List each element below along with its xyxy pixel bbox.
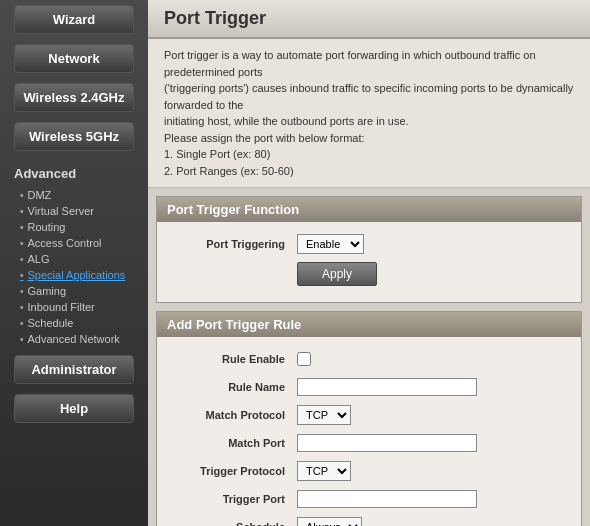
rule-enable-checkbox[interactable]	[297, 352, 311, 366]
rule-name-input[interactable]	[297, 378, 477, 396]
sidebar-item-inbound-filter[interactable]: Inbound Filter	[0, 299, 148, 315]
main-content: Port trigger is a way to automate port f…	[148, 39, 590, 526]
port-triggering-value: Enable Disable	[297, 234, 571, 254]
rule-name-row: Rule Name	[157, 373, 581, 401]
trigger-protocol-row: Trigger Protocol TCP UDP Both	[157, 457, 581, 485]
function-section-body: Port Triggering Enable Disable Apply	[157, 222, 581, 302]
match-protocol-row: Match Protocol TCP UDP Both	[157, 401, 581, 429]
match-port-value	[297, 434, 571, 452]
rule-enable-value	[297, 352, 571, 366]
match-port-row: Match Port	[157, 429, 581, 457]
sidebar-item-schedule[interactable]: Schedule	[0, 315, 148, 331]
wizard-button[interactable]: Wizard	[14, 5, 134, 34]
trigger-port-value	[297, 490, 571, 508]
sidebar-item-special-apps[interactable]: Special Applications	[0, 267, 148, 283]
page-title: Port Trigger	[148, 0, 590, 39]
add-rule-body: Rule Enable Rule Name Match Protocol	[157, 337, 581, 526]
rule-name-label: Rule Name	[167, 381, 297, 393]
rule-enable-row: Rule Enable	[157, 345, 581, 373]
schedule-select[interactable]: Always	[297, 517, 362, 526]
help-button[interactable]: Help	[14, 394, 134, 423]
match-protocol-label: Match Protocol	[167, 409, 297, 421]
function-section-header: Port Trigger Function	[157, 197, 581, 222]
rule-enable-label: Rule Enable	[167, 353, 297, 365]
wireless5-button[interactable]: Wireless 5GHz	[14, 122, 134, 151]
rule-name-value	[297, 378, 571, 396]
apply-button[interactable]: Apply	[297, 262, 377, 286]
trigger-protocol-value: TCP UDP Both	[297, 461, 571, 481]
trigger-port-row: Trigger Port	[157, 485, 581, 513]
schedule-value: Always	[297, 517, 571, 526]
add-rule-section: Add Port Trigger Rule Rule Enable Rule N…	[156, 311, 582, 526]
port-triggering-row: Port Triggering Enable Disable	[157, 230, 581, 258]
sidebar-item-routing[interactable]: Routing	[0, 219, 148, 235]
trigger-protocol-select[interactable]: TCP UDP Both	[297, 461, 351, 481]
sidebar-item-gaming[interactable]: Gaming	[0, 283, 148, 299]
wireless24-button[interactable]: Wireless 2.4GHz	[14, 83, 134, 112]
schedule-label: Schedule	[167, 521, 297, 526]
port-triggering-select[interactable]: Enable Disable	[297, 234, 364, 254]
sidebar-item-dmz[interactable]: DMZ	[0, 187, 148, 203]
administrator-button[interactable]: Administrator	[14, 355, 134, 384]
function-section: Port Trigger Function Port Triggering En…	[156, 196, 582, 303]
trigger-port-input[interactable]	[297, 490, 477, 508]
trigger-protocol-label: Trigger Protocol	[167, 465, 297, 477]
match-protocol-value: TCP UDP Both	[297, 405, 571, 425]
sidebar: Wizard Network Wireless 2.4GHz Wireless …	[0, 0, 148, 526]
sidebar-item-virtual-server[interactable]: Virtual Server	[0, 203, 148, 219]
sidebar-item-alg[interactable]: ALG	[0, 251, 148, 267]
match-port-input[interactable]	[297, 434, 477, 452]
network-button[interactable]: Network	[14, 44, 134, 73]
port-triggering-label: Port Triggering	[167, 238, 297, 250]
match-protocol-select[interactable]: TCP UDP Both	[297, 405, 351, 425]
advanced-header: Advanced	[0, 160, 148, 187]
apply-row: Apply	[157, 258, 581, 294]
trigger-port-label: Trigger Port	[167, 493, 297, 505]
add-rule-header: Add Port Trigger Rule	[157, 312, 581, 337]
description: Port trigger is a way to automate port f…	[148, 39, 590, 188]
schedule-row: Schedule Always	[157, 513, 581, 526]
sidebar-item-access-control[interactable]: Access Control	[0, 235, 148, 251]
sidebar-item-advanced-network[interactable]: Advanced Network	[0, 331, 148, 347]
match-port-label: Match Port	[167, 437, 297, 449]
